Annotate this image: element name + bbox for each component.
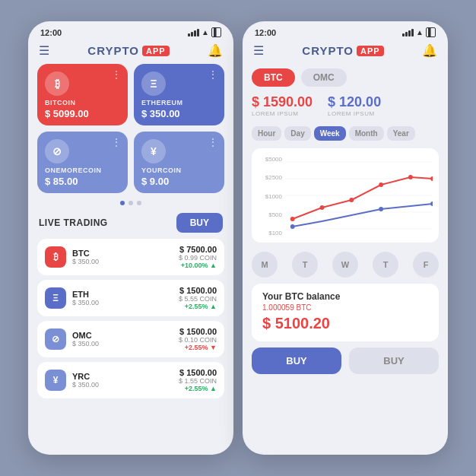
yrc-symbol: YRC <box>72 372 173 381</box>
wifi-icon: ▲ <box>202 28 209 36</box>
left-phone-header: ☰ CRYPTO APP 🔔 <box>28 40 233 64</box>
buy-button-top[interactable]: BUY <box>176 213 223 233</box>
omc-price: $ 85.00 <box>45 176 120 187</box>
omc-icon: ⊘ <box>45 139 69 163</box>
day-tab-w[interactable]: W <box>332 252 358 278</box>
trading-item-yrc[interactable]: ¥ YRC $ 350.00 $ 1500.00 $ 1.55 COIN +2.… <box>37 362 224 398</box>
day-tab-f[interactable]: F <box>413 252 439 278</box>
card-btc[interactable]: ⋮ ₿ BITCOIN $ 5099.00 <box>37 64 128 125</box>
app-title-left: CRYPTO APP <box>87 44 169 57</box>
status-icons-left: ▲ ▌ <box>188 27 221 37</box>
menu-icon-left[interactable]: ☰ <box>39 43 49 58</box>
rwifi-icon: ▲ <box>416 28 424 36</box>
card-dots-omc[interactable]: ⋮ <box>111 136 122 148</box>
btc-price-main: $ 7500.00 <box>179 245 217 254</box>
right-phone-content: BTC OMC $ 1590.00 LOREM IPSUM $ 120.00 L… <box>243 64 448 455</box>
chart-y-axis: $5000 $2500 $1000 $500 $100 <box>258 154 285 238</box>
tab-hour[interactable]: Hour <box>252 126 281 141</box>
eth-coin-price: $ 1500.00 $ 5.55 COIN +2.55% ▲ <box>179 286 217 310</box>
cards-grid: ⋮ ₿ BITCOIN $ 5099.00 ⋮ Ξ ETHEREUM $ 350… <box>28 64 233 199</box>
app-badge-left: APP <box>142 46 170 56</box>
omc-sub: $ 350.00 <box>72 340 173 347</box>
card-omc[interactable]: ⋮ ⊘ ONEMORECOIN $ 85.00 <box>37 132 128 193</box>
dot-1[interactable] <box>120 201 125 205</box>
action-sell-button[interactable]: BUY <box>349 347 439 374</box>
trading-item-omc[interactable]: ⊘ OMC $ 350.00 $ 1500.00 $ 0.10 COIN +2.… <box>37 321 224 357</box>
y-label-2: $2500 <box>258 174 282 181</box>
eth-icon: Ξ <box>141 71 166 96</box>
bell-icon-left[interactable]: 🔔 <box>208 43 223 58</box>
tab-day[interactable]: Day <box>284 126 310 141</box>
card-dots-yrc[interactable]: ⋮ <box>208 136 218 148</box>
svg-point-11 <box>290 224 295 229</box>
right-phone-header: ☰ CRYPTO APP 🔔 <box>243 40 448 64</box>
card-eth[interactable]: ⋮ Ξ ETHEREUM $ 350.00 <box>134 64 224 125</box>
tab-omc[interactable]: OMC <box>301 68 347 87</box>
chart-area: $5000 $2500 $1000 $500 $100 <box>252 148 439 243</box>
dot-3[interactable] <box>137 201 141 205</box>
eth-name: ETHEREUM <box>141 99 217 106</box>
bell-icon-right[interactable]: 🔔 <box>422 43 437 58</box>
card-yrc[interactable]: ⋮ ¥ YOURCOIN $ 9.00 <box>134 132 224 193</box>
yrc-price-main: $ 1500.00 <box>179 368 217 377</box>
price-label-1: LOREM IPSUM <box>252 110 313 117</box>
tab-month[interactable]: Month <box>349 126 384 141</box>
tab-week[interactable]: Week <box>314 126 346 141</box>
action-buy-button[interactable]: BUY <box>252 347 341 374</box>
eth-price-main: $ 1500.00 <box>179 286 217 295</box>
omc-coin-price: $ 1500.00 $ 0.10 COIN +2.55% ▼ <box>179 327 217 351</box>
carousel-dots <box>28 199 233 210</box>
y-label-5: $100 <box>258 230 282 236</box>
day-tabs: M T W T F <box>252 249 439 284</box>
tab-btc[interactable]: BTC <box>252 68 295 87</box>
price-row: $ 1590.00 LOREM IPSUM $ 120.00 LOREM IPS… <box>252 93 439 125</box>
btc-name: BITCOIN <box>45 99 120 106</box>
card-dots-eth[interactable]: ⋮ <box>208 68 218 81</box>
btc-balance-title: Your BTC balance <box>262 291 428 302</box>
price-big-2: $ 120.00 <box>328 94 381 110</box>
right-phone: 12:00 ▲ ▌ ☰ CRYPTO APP 🔔 BT <box>243 21 448 455</box>
svg-point-5 <box>290 217 295 221</box>
svg-point-6 <box>320 205 325 210</box>
btc-coin-price: $ 7500.00 $ 0.99 COIN +10.00% ▲ <box>179 245 217 269</box>
eth-change: +2.55% ▲ <box>179 303 217 310</box>
price-label-2: LOREM IPSUM <box>328 110 381 117</box>
action-buttons: BUY BUY <box>252 347 439 380</box>
svg-point-7 <box>349 198 354 202</box>
trading-item-eth[interactable]: Ξ ETH $ 350.00 $ 1500.00 $ 5.55 COIN +2.… <box>37 280 224 316</box>
day-tab-m[interactable]: M <box>252 252 278 278</box>
omc-coin-icon: ⊘ <box>45 328 66 350</box>
y-label-4: $500 <box>258 211 282 218</box>
eth-coin-icon: Ξ <box>45 287 66 309</box>
svg-point-9 <box>408 175 413 179</box>
battery-icon: ▌ <box>211 27 221 37</box>
price-block-1: $ 1590.00 LOREM IPSUM <box>252 94 313 117</box>
phones-container: 12:00 ▲ ▌ ☰ CRYPTO APP 🔔 ⋮ <box>28 21 448 455</box>
chart-svg <box>285 154 433 238</box>
day-tab-t2[interactable]: T <box>373 252 398 278</box>
trading-item-btc[interactable]: ₿ BTC $ 350.00 $ 7500.00 $ 0.99 COIN +10… <box>37 239 224 275</box>
rsignal-4 <box>411 29 414 36</box>
tab-year[interactable]: Year <box>387 126 415 141</box>
rbattery-icon: ▌ <box>426 27 436 37</box>
app-badge-right: APP <box>357 46 384 56</box>
rsignal-1 <box>402 33 405 36</box>
btc-symbol: BTC <box>72 249 173 258</box>
time-right: 12:00 <box>255 28 276 37</box>
btc-price-coin: $ 0.99 COIN <box>179 254 217 262</box>
left-phone: 12:00 ▲ ▌ ☰ CRYPTO APP 🔔 ⋮ <box>28 21 233 455</box>
dot-2[interactable] <box>129 201 133 205</box>
menu-icon-right[interactable]: ☰ <box>253 43 264 58</box>
rsignal-2 <box>405 32 408 36</box>
btc-coin-icon: ₿ <box>45 246 66 268</box>
card-dots-btc[interactable]: ⋮ <box>111 68 122 81</box>
day-tab-t1[interactable]: T <box>292 252 318 278</box>
y-label-1: $5000 <box>258 156 282 163</box>
omc-symbol: OMC <box>72 331 173 340</box>
yrc-icon: ¥ <box>141 139 166 163</box>
crypto-tabs: BTC OMC <box>252 64 439 93</box>
status-bar-left: 12:00 ▲ ▌ <box>28 21 233 40</box>
btc-sub: $ 350.00 <box>72 258 173 265</box>
signal-1 <box>188 33 190 36</box>
y-label-3: $1000 <box>258 193 282 200</box>
